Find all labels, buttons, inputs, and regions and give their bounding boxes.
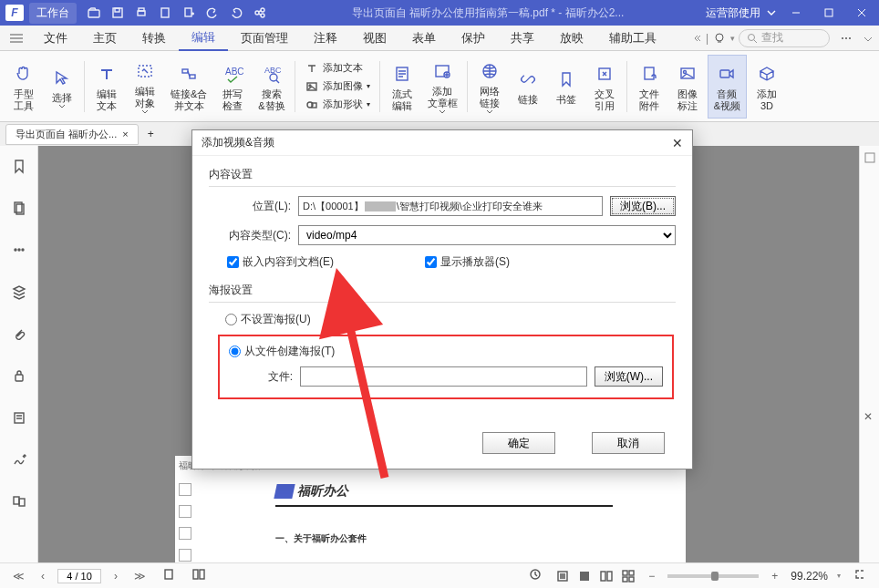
browse-location-button[interactable]: 浏览(B)...: [610, 196, 676, 216]
menu-convert[interactable]: 转换: [129, 26, 179, 50]
open-icon[interactable]: [84, 3, 104, 23]
menu-form[interactable]: 表单: [399, 26, 449, 50]
print-icon[interactable]: [131, 3, 151, 23]
single-page-icon[interactable]: [159, 568, 179, 583]
page-preview: 福昕办公套件使用指... × + 福昕办公 一、关于福昕办公套件: [175, 456, 686, 562]
ribbon-bookmark[interactable]: 书签: [548, 55, 584, 119]
ribbon-link[interactable]: 链接: [510, 55, 546, 119]
bookmark-panel-icon[interactable]: [8, 155, 30, 177]
menu-share[interactable]: 共享: [498, 26, 547, 50]
prev-page-button[interactable]: ‹: [37, 570, 48, 583]
ribbon-link-merge[interactable]: 链接&合并文本: [165, 55, 212, 119]
security-panel-icon[interactable]: [8, 365, 30, 387]
ribbon-flow-edit[interactable]: 流式编辑: [384, 55, 420, 119]
reflow-icon[interactable]: [524, 568, 546, 583]
svg-point-34: [15, 249, 16, 251]
two-page-icon[interactable]: [188, 568, 210, 583]
ok-button[interactable]: 确定: [482, 432, 555, 454]
menu-annotate[interactable]: 注释: [301, 26, 350, 50]
menu-file[interactable]: 文件: [31, 26, 80, 50]
ribbon-add-textbox[interactable]: 添加文章框: [422, 55, 463, 119]
close-tab-icon[interactable]: ×: [122, 129, 128, 139]
attachments-panel-icon[interactable]: [8, 323, 30, 345]
show-player-checkbox[interactable]: 显示播放器(S): [425, 254, 510, 270]
zoom-in-button[interactable]: +: [768, 570, 781, 583]
browse-poster-button[interactable]: 浏览(W)...: [595, 366, 663, 387]
menu-edit[interactable]: 编辑: [179, 26, 228, 51]
ribbon-audio-video[interactable]: 音频&视频: [708, 55, 747, 119]
collapse-right-icon[interactable]: [863, 151, 876, 164]
ribbon-cross-ref[interactable]: 交叉引用: [586, 55, 623, 119]
comments-panel-icon[interactable]: [8, 239, 30, 261]
view-mode-1-icon[interactable]: [555, 569, 570, 583]
next-page-button[interactable]: ›: [110, 570, 121, 583]
location-input[interactable]: D:\【00001】\智慧打印视频\企业打印安全谁来: [298, 196, 603, 216]
zoom-slider[interactable]: [667, 574, 759, 578]
expand-icon[interactable]: [863, 33, 874, 44]
ribbon-add-shape[interactable]: 添加形状▾: [303, 97, 372, 113]
more-button[interactable]: ⋯: [833, 32, 859, 45]
menu-protect[interactable]: 保护: [449, 26, 498, 50]
menu-aux[interactable]: 辅助工具: [596, 26, 669, 50]
view-mode-3-icon[interactable]: [599, 569, 614, 583]
ribbon-add-text[interactable]: 添加文本: [303, 60, 372, 77]
new-doc-icon[interactable]: [155, 3, 175, 23]
share-icon[interactable]: [250, 3, 270, 23]
hamburger-icon[interactable]: [5, 29, 27, 47]
ribbon-spellcheck[interactable]: ABC拼写检查: [214, 55, 251, 119]
add-page-icon[interactable]: [179, 3, 199, 23]
search-input[interactable]: 查找: [739, 29, 830, 47]
ribbon-edit-object[interactable]: 编辑对象: [127, 55, 163, 119]
content-type-select[interactable]: video/mp4: [298, 225, 676, 245]
save-icon[interactable]: [108, 3, 128, 23]
chevron-down-icon[interactable]: [766, 7, 777, 18]
page-input[interactable]: [57, 569, 101, 583]
ribbon-search-replace[interactable]: ABC搜索&替换: [253, 55, 290, 119]
undo-icon[interactable]: [202, 3, 222, 23]
menu-view[interactable]: 视图: [350, 26, 399, 50]
maximize-button[interactable]: [815, 0, 843, 26]
menu-play[interactable]: 放映: [547, 26, 596, 50]
view-mode-2-icon[interactable]: [577, 569, 592, 583]
layers-panel-icon[interactable]: [8, 281, 30, 303]
no-poster-radio[interactable]: 不设置海报(U): [225, 312, 676, 327]
workspace-button[interactable]: 工作台: [29, 3, 77, 24]
dialog-titlebar[interactable]: 添加视频&音频 ✕: [192, 130, 692, 156]
cancel-button[interactable]: 取消: [592, 432, 665, 454]
zoom-out-button[interactable]: −: [645, 570, 658, 583]
ribbon-hand-tool[interactable]: 手型工具: [5, 55, 42, 119]
ribbon-file-attachment[interactable]: 文件附件: [631, 55, 667, 119]
ribbon-add-image[interactable]: 添加图像▾: [303, 78, 372, 95]
sign-panel-icon[interactable]: [8, 449, 30, 470]
ribbon-select[interactable]: 选择: [44, 55, 80, 119]
ribbon-add-3d[interactable]: 添加3D: [749, 55, 785, 119]
svg-rect-3: [138, 11, 145, 15]
embed-checkbox[interactable]: 嵌入内容到文档(E): [227, 254, 334, 270]
svg-rect-28: [645, 67, 654, 79]
last-page-button[interactable]: ≫: [130, 570, 150, 583]
menu-page-manage[interactable]: 页面管理: [228, 26, 301, 50]
fullscreen-icon[interactable]: [850, 568, 870, 583]
pages-panel-icon[interactable]: [8, 197, 30, 219]
chevron-right-icon[interactable]: [693, 34, 702, 43]
compare-panel-icon[interactable]: [8, 490, 30, 512]
file-label: 文件:: [256, 369, 293, 385]
redo-icon[interactable]: [226, 3, 246, 23]
close-button[interactable]: [848, 0, 875, 26]
svg-rect-49: [607, 572, 612, 581]
close-right-panel-icon[interactable]: ✕: [863, 410, 873, 423]
poster-file-input[interactable]: [300, 366, 587, 387]
first-page-button[interactable]: ≪: [9, 570, 28, 583]
from-file-radio[interactable]: 从文件创建海报(T): [229, 344, 663, 359]
form-panel-icon[interactable]: [8, 407, 30, 428]
document-tab[interactable]: 导出页面自 福昕办公... ×: [5, 124, 139, 145]
bulb-icon[interactable]: [712, 31, 727, 46]
menu-home[interactable]: 主页: [80, 26, 129, 50]
ribbon-web-link[interactable]: 网络链接: [471, 55, 508, 119]
new-tab-button[interactable]: +: [139, 128, 163, 140]
minimize-button[interactable]: [782, 0, 810, 26]
ribbon-image-annot[interactable]: 图像标注: [669, 55, 706, 119]
ribbon-edit-text[interactable]: 编辑文本: [88, 55, 125, 119]
view-mode-4-icon[interactable]: [621, 569, 636, 583]
dialog-close-icon[interactable]: ✕: [672, 136, 683, 150]
